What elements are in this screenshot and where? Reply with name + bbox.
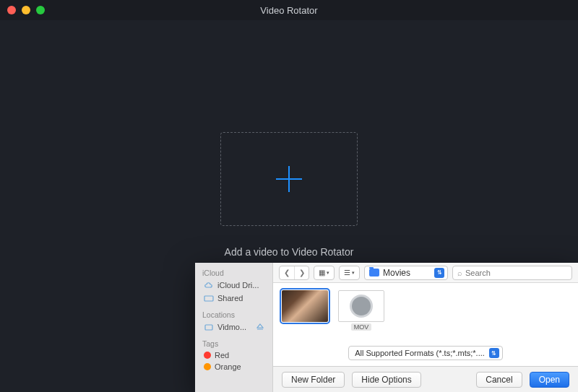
sidebar-item-label: Orange	[215, 362, 241, 371]
sidebar-item-label: iCloud Dri...	[217, 281, 259, 289]
file-item-mov[interactable]: MOV	[338, 290, 384, 322]
dialog-footer: New Folder Hide Options Cancel Open	[273, 366, 578, 392]
close-window-button[interactable]	[7, 6, 16, 14]
nav-back-forward: ❮ ❯	[279, 266, 309, 280]
format-row: All Supported Formats (*.ts;*.mts;*.... …	[273, 343, 578, 366]
sidebar-item-icloud-drive[interactable]: iCloud Dri...	[195, 279, 272, 292]
tag-orange-icon	[204, 363, 211, 370]
mov-badge: MOV	[351, 323, 372, 331]
svg-rect-0	[204, 296, 213, 301]
file-grid[interactable]: MOV	[273, 283, 578, 343]
sidebar-tag-red[interactable]: Red	[195, 349, 272, 361]
sidebar-tag-orange[interactable]: Orange	[195, 361, 272, 373]
file-area: MOV All Supported Formats (*.ts;*.mts;*.…	[273, 283, 578, 366]
format-label: All Supported Formats (*.ts;*.mts;*....	[355, 349, 485, 357]
svg-rect-1	[205, 325, 212, 330]
sidebar-section-tags: Tags	[195, 338, 272, 349]
eject-icon[interactable]	[255, 322, 265, 332]
open-file-dialog: iCloud iCloud Dri... Shared Locations Vi…	[195, 263, 578, 392]
sidebar-item-label: Vidmo...	[217, 323, 251, 331]
grid-icon: ▦	[319, 269, 325, 276]
cloud-icon	[204, 280, 214, 290]
search-field-wrap: ⌕	[452, 266, 572, 280]
dropzone-label: Add a video to Video Rotator	[225, 246, 354, 258]
group-by-button[interactable]: ☰▾	[339, 266, 360, 280]
new-folder-button[interactable]: New Folder	[282, 372, 345, 388]
sidebar-section-locations: Locations	[195, 309, 272, 321]
add-video-dropzone[interactable]	[220, 132, 358, 226]
file-format-popup[interactable]: All Supported Formats (*.ts;*.mts;*.... …	[348, 346, 503, 360]
folder-icon	[369, 269, 379, 276]
button-label: Hide Options	[361, 375, 411, 385]
path-popup[interactable]: Movies ⇅	[364, 266, 448, 280]
search-input[interactable]	[465, 269, 567, 277]
disk-icon	[204, 322, 214, 332]
view-mode-icons-button[interactable]: ▦▾	[314, 266, 335, 280]
open-button[interactable]: Open	[530, 372, 569, 388]
hide-options-button[interactable]: Hide Options	[352, 372, 420, 388]
nav-forward-button[interactable]: ❯	[294, 266, 309, 279]
button-label: Cancel	[486, 375, 512, 385]
path-label: Movies	[383, 268, 410, 278]
titlebar: Video Rotator	[0, 0, 578, 20]
sidebar-item-label: Red	[215, 351, 229, 360]
sidebar-item-label: Shared	[217, 294, 243, 302]
tag-red-icon	[204, 352, 211, 359]
button-label: New Folder	[291, 375, 335, 385]
sidebar-item-vidmo[interactable]: Vidmo...	[195, 321, 272, 334]
dialog-browser: ❮ ❯ ▦▾ ☰▾ Movies ⇅ ⌕	[273, 263, 578, 392]
window-title: Video Rotator	[0, 5, 578, 16]
nav-back-button[interactable]: ❮	[280, 266, 294, 279]
sidebar-section-icloud: iCloud	[195, 267, 272, 279]
chevron-down-icon: ▾	[352, 270, 355, 276]
video-thumbnail	[282, 290, 328, 322]
folder-shared-icon	[204, 293, 214, 303]
traffic-lights	[0, 6, 45, 14]
zoom-window-button[interactable]	[36, 6, 45, 14]
dialog-toolbar: ❮ ❯ ▦▾ ☰▾ Movies ⇅ ⌕	[273, 263, 578, 283]
quicktime-icon: MOV	[338, 290, 384, 322]
dialog-sidebar: iCloud iCloud Dri... Shared Locations Vi…	[195, 263, 273, 392]
search-icon: ⌕	[457, 269, 462, 277]
list-icon: ☰	[344, 269, 350, 276]
minimize-window-button[interactable]	[22, 6, 30, 14]
plus-icon	[276, 166, 302, 192]
cancel-button[interactable]: Cancel	[476, 372, 522, 388]
updown-icon: ⇅	[434, 268, 444, 278]
chevron-down-icon: ▾	[327, 270, 329, 276]
sidebar-item-shared[interactable]: Shared	[195, 292, 272, 305]
updown-icon: ⇅	[489, 348, 499, 358]
file-item-selected[interactable]	[282, 290, 328, 322]
button-label: Open	[539, 375, 560, 385]
